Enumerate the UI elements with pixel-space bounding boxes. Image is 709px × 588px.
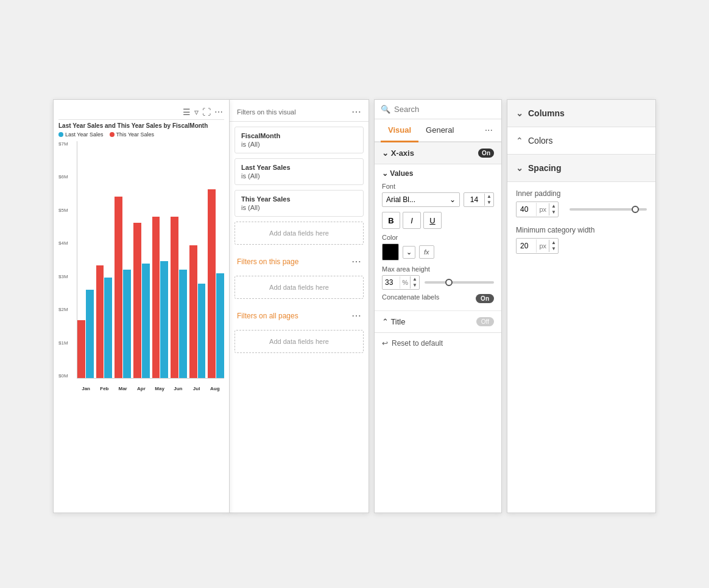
filters-all-more[interactable]: ⋯	[351, 310, 361, 321]
min-cat-width-value[interactable]: 20	[517, 239, 536, 253]
chart-toolbar: ☰ ▿ ⛶ ⋯	[58, 105, 224, 120]
columns-chevron: ⌄	[516, 108, 523, 118]
filters-visual-title: Filters on this visual	[237, 108, 296, 116]
columns-header[interactable]: ⌄ Columns	[507, 100, 655, 127]
format-buttons: B I U	[382, 212, 494, 229]
more-icon[interactable]: ⋯	[214, 107, 223, 117]
title-toggle[interactable]: Off	[476, 317, 494, 326]
filter-lastyear-value: is (All)	[241, 172, 357, 180]
bar-red-feb	[96, 265, 104, 378]
max-height-slider[interactable]	[425, 281, 494, 284]
spacing-body: Inner padding 40 px ▲ ▼ Minimum category…	[507, 182, 655, 270]
font-family-select[interactable]: Arial Bl... ⌄	[382, 192, 460, 207]
chart-legend: Last Year Sales This Year Sales	[58, 131, 224, 138]
search-icon: 🔍	[381, 105, 390, 114]
bar-red-jan	[77, 320, 85, 378]
bold-button[interactable]: B	[382, 212, 400, 229]
font-row: Arial Bl... ⌄ 14 ▲ ▼	[382, 192, 494, 207]
concat-row: Concatenate labels On	[382, 293, 494, 303]
search-input[interactable]	[394, 105, 496, 114]
spacing-title: Spacing	[528, 163, 561, 173]
columns-title: Columns	[528, 108, 565, 118]
filter-fiscalmonth-value: is (All)	[241, 141, 357, 148]
italic-button[interactable]: I	[403, 212, 421, 229]
inner-padding-spinners: ▲ ▼	[549, 203, 558, 215]
bar-blue-jul	[198, 284, 206, 378]
colors-label: Colors	[528, 136, 552, 145]
colors-section[interactable]: ⌃ Colors	[507, 127, 655, 155]
reset-label: Reset to default	[392, 339, 443, 348]
font-size-down[interactable]: ▼	[485, 200, 493, 206]
expand-icon[interactable]: ⛶	[202, 107, 211, 117]
filters-all-header: Filters on all pages ⋯	[230, 304, 369, 325]
filter-card-lastyear[interactable]: Last Year Sales is (All)	[235, 158, 364, 185]
bar-blue-feb	[104, 278, 112, 378]
spacing-chevron: ⌄	[516, 163, 523, 173]
max-height-value[interactable]: 33	[383, 276, 400, 289]
max-height-label: Max area height	[382, 265, 494, 273]
xaxis-section-header[interactable]: ⌄ X-axis On	[375, 142, 501, 164]
max-height-thumb[interactable]	[445, 279, 453, 286]
legend-label-last-year: Last Year Sales	[65, 131, 104, 138]
columns-panel: ⌄ Columns ⌃ Colors ⌄ Spacing Inner paddi…	[507, 99, 656, 513]
legend-label-this-year: This Year Sales	[116, 131, 155, 138]
min-cat-width-label: Minimum category width	[516, 226, 647, 234]
color-dropdown[interactable]: ⌄	[403, 246, 415, 259]
inner-padding-slider[interactable]	[570, 208, 647, 211]
filter-card-thisyear[interactable]: This Year Sales is (All)	[235, 190, 364, 217]
inner-padding-down[interactable]: ▼	[549, 209, 558, 215]
bar-group-aug	[208, 141, 224, 378]
legend-last-year: Last Year Sales	[58, 131, 104, 138]
min-cat-width-up[interactable]: ▲	[549, 240, 558, 246]
tab-visual[interactable]: Visual	[381, 119, 418, 142]
format-panel: 🔍 Visual General ··· ⌄ X-axis On ⌄ Value…	[374, 99, 502, 513]
tab-general[interactable]: General	[418, 119, 461, 142]
chart-area: $7M $6M $5M $4M $3M $2M $1M $0M	[58, 141, 224, 397]
concat-toggle[interactable]: On	[476, 294, 494, 303]
title-section[interactable]: ⌃ Title Off	[375, 311, 501, 333]
bar-red-jul	[189, 245, 197, 378]
inner-padding-up[interactable]: ▲	[549, 203, 558, 209]
bar-group-jan	[77, 141, 94, 378]
colors-chevron: ⌃	[516, 136, 523, 145]
inner-padding-thumb[interactable]	[632, 206, 639, 213]
font-size-up[interactable]: ▲	[485, 194, 493, 200]
color-swatch[interactable]	[382, 243, 399, 261]
filter-add-visual[interactable]: Add data fields here	[235, 222, 364, 245]
bar-group-mar	[115, 141, 131, 378]
filters-visual-more[interactable]: ⋯	[351, 106, 361, 117]
xaxis-toggle[interactable]: On	[478, 149, 494, 158]
spacing-header[interactable]: ⌄ Spacing	[507, 155, 655, 182]
font-size-input: 14 ▲ ▼	[464, 192, 494, 207]
values-subsection: ⌄ Values Font Arial Bl... ⌄ 14 ▲ ▼ B I	[375, 164, 501, 311]
fx-button[interactable]: fx	[419, 245, 434, 259]
underline-button[interactable]: U	[423, 212, 442, 229]
inner-padding-value[interactable]: 40	[517, 202, 536, 217]
bar-group-jul	[189, 141, 206, 378]
color-row: ⌄ fx	[382, 243, 494, 261]
max-height-unit: %	[400, 276, 410, 289]
format-tabs: Visual General ···	[375, 119, 501, 142]
filters-page-more[interactable]: ⋯	[351, 256, 361, 267]
bar-red-apr	[133, 223, 141, 378]
hamburger-icon[interactable]: ☰	[183, 107, 191, 117]
max-height-up[interactable]: ▲	[411, 276, 419, 282]
inner-padding-unit: px	[536, 203, 549, 216]
bar-blue-jun	[179, 270, 187, 378]
bar-red-may	[152, 217, 160, 378]
reset-row[interactable]: ↩ Reset to default	[375, 333, 501, 354]
y-axis-labels: $7M $6M $5M $4M $3M $2M $1M $0M	[58, 141, 76, 379]
filter-card-fiscalmonth[interactable]: FiscalMonth is (All)	[235, 127, 364, 153]
max-height-down[interactable]: ▼	[411, 282, 419, 289]
min-cat-width-unit: px	[536, 239, 549, 253]
color-label: Color	[382, 234, 494, 241]
inner-padding-input: 40 px ▲ ▼	[516, 201, 559, 217]
font-size-value[interactable]: 14	[464, 193, 484, 206]
filter-add-page[interactable]: Add data fields here	[235, 276, 364, 299]
min-cat-width-down[interactable]: ▼	[549, 246, 558, 252]
font-size-spinners: ▲ ▼	[484, 194, 493, 206]
filter-add-all[interactable]: Add data fields here	[235, 330, 364, 353]
tab-more-button[interactable]: ···	[482, 120, 495, 141]
font-label: Font	[382, 183, 494, 190]
filter-icon[interactable]: ▿	[194, 107, 199, 117]
